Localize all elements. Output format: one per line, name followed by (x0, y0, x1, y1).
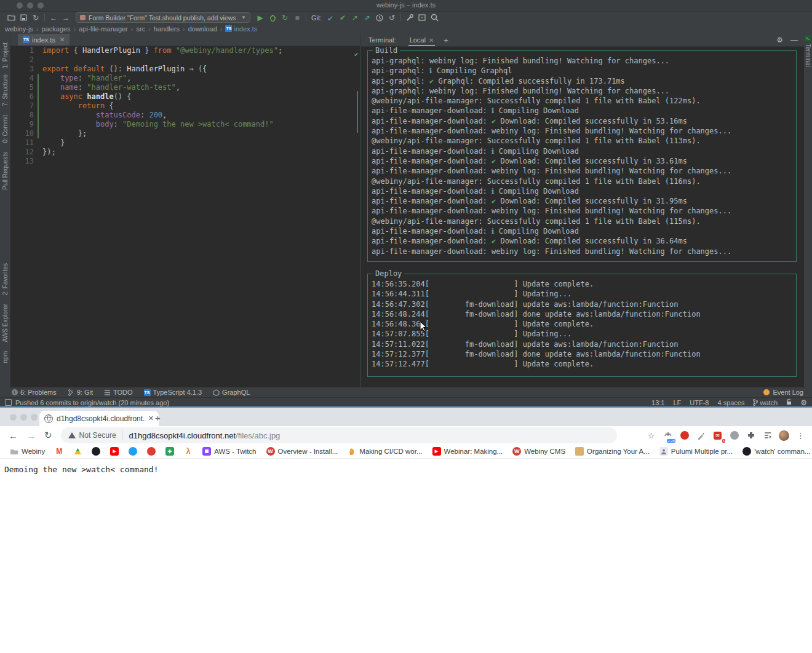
run-button[interactable]: ▶ (254, 13, 266, 23)
notifier-extension-icon[interactable] (729, 430, 739, 441)
forward-icon[interactable]: → (26, 430, 36, 441)
address-bar[interactable]: Not Secure d1hgd8csopkt4i.cloudfront.net… (61, 427, 617, 443)
picker-extension-icon[interactable] (696, 430, 706, 441)
search-icon[interactable] (428, 13, 440, 23)
wrench-icon[interactable] (404, 13, 416, 23)
run-configuration-select[interactable]: Form Builder "Form" Test.should publish,… (76, 12, 250, 23)
code-line[interactable]: 11 } (10, 138, 360, 148)
sync-icon[interactable]: ↻ (30, 13, 42, 23)
code-line[interactable]: 3export default (): HandlerPlugin ⇒ ({ (10, 65, 360, 74)
mail-extension-icon[interactable]: ✉ 5 (712, 430, 723, 441)
breadcrumb-item[interactable]: TSindex.ts (225, 25, 257, 33)
open-folder-icon[interactable] (5, 13, 17, 23)
git-update-icon[interactable]: ↙ (324, 13, 336, 23)
bookmark-item-pulumi-multiple-pr[interactable]: Pulumi Multiple pr... (659, 447, 733, 456)
bookmark-item-organizing-your-a[interactable]: Organizing Your A... (575, 447, 650, 456)
code-line[interactable]: 10 }; (10, 129, 360, 138)
bookmark-item[interactable]: λ (184, 447, 193, 456)
inspection-ok-icon[interactable]: ✔ (354, 50, 359, 59)
terminal-tab-local[interactable]: Local ✕ (406, 34, 438, 46)
save-icon[interactable] (17, 13, 30, 23)
back-icon[interactable]: ← (47, 13, 60, 23)
code-editor[interactable]: 1import { HandlerPlugin } from "@webiny/… (10, 46, 360, 387)
bookmark-item[interactable]: ✚ (165, 447, 174, 456)
bookmark-item-making-ci-cd-wor[interactable]: Making CI/CD wor... (348, 447, 422, 456)
git-commit-icon[interactable]: ✔ (336, 13, 349, 23)
extensions-puzzle-icon[interactable] (746, 430, 756, 441)
event-log-button[interactable]: Event Log (763, 389, 803, 396)
git-push-icon[interactable]: ↗ (349, 13, 361, 23)
profile-avatar[interactable] (779, 430, 789, 441)
code-line[interactable]: 4 type: "handler", (10, 74, 360, 83)
window-close-button[interactable] (10, 414, 17, 421)
run-with-coverage-button[interactable]: ↻ (279, 13, 291, 23)
breadcrumb-item[interactable]: handlers (154, 25, 180, 33)
git-cherry-pick-icon[interactable]: ⇗ (361, 13, 373, 23)
close-icon[interactable]: ✕ (148, 414, 154, 422)
editor-tab-index-ts[interactable]: TS index.ts ✕ (18, 34, 70, 46)
window-zoom-button[interactable] (31, 414, 38, 421)
stripe-item-2-favorites[interactable]: 2: Favorites (2, 263, 9, 295)
stripe-item-1-project[interactable]: 1: Project (2, 42, 9, 68)
stripe-item-pull-requests[interactable]: Pull Requests (2, 152, 9, 190)
breadcrumb-item[interactable]: webiny-js (5, 25, 33, 33)
lock-icon[interactable] (786, 398, 792, 406)
indent-widget[interactable]: 4 spaces (717, 399, 744, 406)
security-label[interactable]: Not Secure (79, 431, 116, 440)
stop-button[interactable]: ■ (291, 13, 303, 23)
breadcrumb-item[interactable]: src (136, 25, 145, 33)
bookmark-item-webiny[interactable]: Webiny (10, 447, 45, 456)
bookmark-item-watch-comman[interactable]: 'watch' comman... (742, 447, 810, 456)
stripe-item-0-commit[interactable]: 0: Commit (2, 115, 9, 143)
line-ending-widget[interactable]: LF (673, 399, 681, 406)
kebab-menu-icon[interactable]: ⋮ (795, 430, 806, 441)
bookmark-item[interactable]: ▶ (110, 447, 119, 456)
code-line[interactable]: 8 statusCode: 200, (10, 111, 360, 120)
back-icon[interactable]: ← (9, 430, 18, 441)
code-line[interactable]: 6 async handle() { (10, 92, 360, 101)
breadcrumb-item[interactable]: api-file-manager (79, 25, 127, 33)
bookmark-item[interactable] (147, 447, 156, 456)
git-branch-widget[interactable]: watch (753, 399, 778, 406)
bookmark-item-overview-install[interactable]: WOverview - Install... (266, 447, 338, 456)
highlighting-level-icon[interactable]: ⚙ (800, 398, 807, 407)
caret-position-widget[interactable]: 13:1 (651, 399, 664, 406)
bookmark-star-icon[interactable]: ☆ (646, 430, 656, 441)
bookmark-item[interactable] (129, 447, 137, 456)
breadcrumb-item[interactable]: download (188, 25, 217, 33)
close-icon[interactable]: ✕ (429, 37, 434, 44)
history-icon[interactable] (373, 13, 386, 23)
browser-tab[interactable]: d1hgd8csopkt4i.cloudfront.ne ✕ (39, 411, 159, 426)
code-line[interactable]: 7 return { (10, 101, 360, 111)
encoding-widget[interactable]: UTF-8 (690, 399, 709, 406)
breadcrumb-item[interactable]: packages (42, 25, 71, 33)
toolwindow-button-problems[interactable]: !6: Problems (11, 389, 57, 396)
new-tab-button[interactable]: + (155, 413, 161, 423)
rollback-icon[interactable]: ↺ (386, 13, 398, 23)
stripe-item-npm[interactable]: npm (2, 351, 9, 363)
bookmark-item[interactable] (73, 447, 82, 456)
code-line[interactable]: 1import { HandlerPlugin } from "@webiny/… (10, 46, 360, 55)
stripe-item-7-structure[interactable]: 7: Structure (2, 74, 9, 106)
bookmark-item-webiny-cms[interactable]: WWebiny CMS (512, 447, 565, 456)
bookmark-item[interactable]: M (55, 447, 63, 456)
debug-button[interactable] (266, 13, 279, 23)
forward-icon[interactable]: → (60, 13, 72, 23)
adblock-extension-icon[interactable] (679, 430, 690, 441)
toolwindow-button-graphql[interactable]: GraphQL (213, 389, 250, 396)
code-line[interactable]: 9 body: "Demoing the new >watch< command… (10, 120, 360, 129)
code-line[interactable]: 5 name: "handler-watch-test", (10, 83, 360, 92)
window-minimize-button[interactable] (20, 414, 27, 421)
close-icon[interactable]: ✕ (60, 36, 65, 43)
reload-icon[interactable]: ↻ (44, 430, 52, 441)
media-controls-icon[interactable] (762, 430, 773, 441)
bookmark-item-webinar-making[interactable]: ▶Webinar: Making... (432, 447, 503, 456)
bookmark-item-aws-twitch[interactable]: AWS - Twitch (202, 447, 256, 456)
stripe-item-terminal[interactable]: Terminal (805, 44, 811, 67)
terminal-settings-icon[interactable]: ⚙ (776, 36, 783, 44)
terminal-minimize-icon[interactable]: — (790, 36, 798, 44)
code-line[interactable]: 12}); (10, 148, 360, 157)
toolwindow-button-todo-list[interactable]: TODO (104, 389, 133, 396)
code-line[interactable]: 2 (10, 55, 360, 65)
run-anything-icon[interactable] (416, 13, 428, 23)
